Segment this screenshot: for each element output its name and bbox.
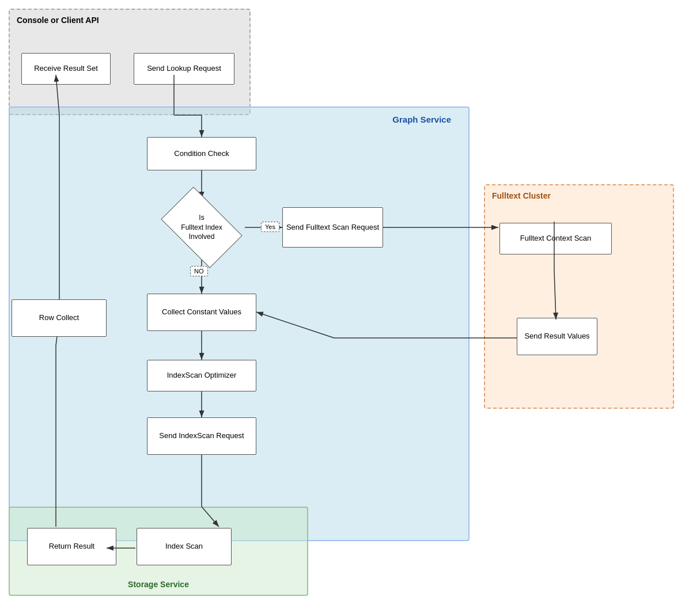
storage-cluster: Storage Service Index Scan Return Result: [9, 507, 308, 596]
yes-label: Yes: [261, 222, 279, 232]
indexscan-optimizer-node: IndexScan Optimizer: [147, 360, 256, 391]
fulltext-context-scan-node: Fulltext Context Scan: [499, 223, 612, 254]
send-result-values-node: Send Result Values: [517, 318, 597, 355]
diagram-container: Console or Client API Receive Result Set…: [0, 0, 689, 616]
graph-cluster-label: Graph Service: [392, 115, 451, 124]
collect-constant-node: Collect Constant Values: [147, 294, 256, 331]
send-fulltext-scan-node: Send Fulltext Scan Request: [282, 207, 383, 248]
fulltext-cluster: Fulltext Cluster Fulltext Context Scan S…: [484, 184, 674, 409]
no-label: NO: [190, 266, 208, 276]
storage-cluster-label: Storage Service: [128, 580, 189, 589]
diamond-shape: [161, 187, 242, 268]
send-indexscan-node: Send IndexScan Request: [147, 417, 256, 455]
receive-result-node: Receive Result Set: [21, 53, 111, 85]
console-cluster: Console or Client API Receive Result Set…: [9, 9, 251, 115]
row-collect-node: Row Collect: [12, 299, 107, 337]
fulltext-cluster-label: Fulltext Cluster: [492, 191, 551, 200]
diamond-wrapper: IsFulltext IndexInvolved: [158, 199, 245, 256]
send-lookup-node: Send Lookup Request: [134, 53, 234, 85]
index-scan-node: Index Scan: [137, 528, 232, 565]
return-result-node: Return Result: [27, 528, 116, 565]
console-cluster-label: Console or Client API: [17, 16, 99, 25]
condition-check-node: Condition Check: [147, 137, 256, 170]
